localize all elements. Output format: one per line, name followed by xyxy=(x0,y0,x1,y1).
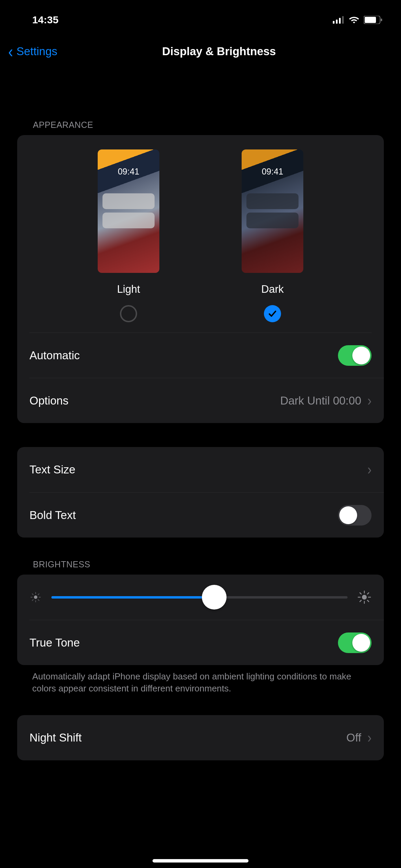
options-value: Dark Until 00:00 xyxy=(280,394,361,407)
sun-small-icon xyxy=(29,591,42,603)
bold-text-label: Bold Text xyxy=(29,509,76,522)
svg-line-22 xyxy=(367,600,369,602)
appearance-group: 09:41 Light 09:41 Dark Auto xyxy=(17,135,384,423)
text-size-row[interactable]: Text Size › xyxy=(17,447,384,492)
preview-time: 09:41 xyxy=(98,167,159,177)
svg-line-15 xyxy=(38,594,39,595)
chevron-left-icon: ‹ xyxy=(8,43,13,60)
svg-rect-0 xyxy=(333,21,335,24)
sun-large-icon xyxy=(357,590,372,604)
nav-bar: ‹ Settings Display & Brightness xyxy=(0,34,401,69)
appearance-dark-label: Dark xyxy=(261,283,283,296)
brightness-slider-row xyxy=(17,575,384,620)
brightness-group: True Tone xyxy=(17,575,384,665)
chevron-right-icon: › xyxy=(367,461,372,478)
night-shift-group: Night Shift Off › xyxy=(17,715,384,760)
automatic-row: Automatic xyxy=(29,333,372,378)
appearance-dark-option[interactable]: 09:41 Dark xyxy=(242,149,303,322)
true-tone-footer: Automatically adapt iPhone display based… xyxy=(17,665,384,695)
true-tone-label: True Tone xyxy=(29,636,80,649)
page-title: Display & Brightness xyxy=(162,45,276,58)
svg-rect-3 xyxy=(342,16,344,24)
automatic-toggle[interactable] xyxy=(338,345,372,366)
appearance-light-label: Light xyxy=(117,283,140,296)
bold-text-toggle[interactable] xyxy=(338,505,372,526)
options-label: Options xyxy=(29,394,69,407)
appearance-light-preview: 09:41 xyxy=(98,149,159,273)
svg-rect-2 xyxy=(339,18,341,24)
true-tone-row: True Tone xyxy=(29,620,384,665)
svg-line-13 xyxy=(38,600,39,601)
true-tone-toggle[interactable] xyxy=(338,632,372,653)
brightness-slider[interactable] xyxy=(51,596,348,599)
automatic-label: Automatic xyxy=(29,349,80,362)
svg-point-7 xyxy=(34,595,37,599)
section-header-appearance: APPEARANCE xyxy=(17,117,384,135)
home-indicator[interactable] xyxy=(153,859,248,863)
wifi-icon xyxy=(348,16,360,24)
svg-rect-1 xyxy=(336,20,338,24)
appearance-dark-preview: 09:41 xyxy=(242,149,303,273)
cell-signal-icon xyxy=(333,16,344,24)
svg-line-21 xyxy=(360,593,361,594)
svg-line-24 xyxy=(367,593,369,594)
svg-point-16 xyxy=(362,595,367,600)
back-button[interactable]: ‹ Settings xyxy=(8,44,57,59)
back-label: Settings xyxy=(16,45,57,58)
status-bar: 14:35 xyxy=(0,0,401,34)
night-shift-label: Night Shift xyxy=(29,731,82,744)
preview-time: 09:41 xyxy=(242,167,303,177)
svg-line-23 xyxy=(360,600,361,602)
radio-unchecked-icon xyxy=(120,305,137,322)
chevron-right-icon: › xyxy=(367,392,372,409)
appearance-light-option[interactable]: 09:41 Light xyxy=(98,149,159,322)
battery-icon xyxy=(364,16,382,24)
bold-text-row: Bold Text xyxy=(29,492,384,538)
chevron-right-icon: › xyxy=(367,729,372,746)
svg-line-12 xyxy=(32,594,33,595)
options-row[interactable]: Options Dark Until 00:00 › xyxy=(29,378,384,423)
svg-rect-5 xyxy=(365,17,376,23)
svg-rect-6 xyxy=(381,19,382,21)
text-size-label: Text Size xyxy=(29,463,75,476)
status-time: 14:35 xyxy=(32,14,59,26)
night-shift-value: Off xyxy=(347,731,361,744)
text-group: Text Size › Bold Text xyxy=(17,447,384,538)
svg-line-14 xyxy=(32,600,33,601)
section-header-brightness: BRIGHTNESS xyxy=(17,556,384,575)
radio-checked-icon xyxy=(264,305,281,322)
night-shift-row[interactable]: Night Shift Off › xyxy=(17,715,384,760)
